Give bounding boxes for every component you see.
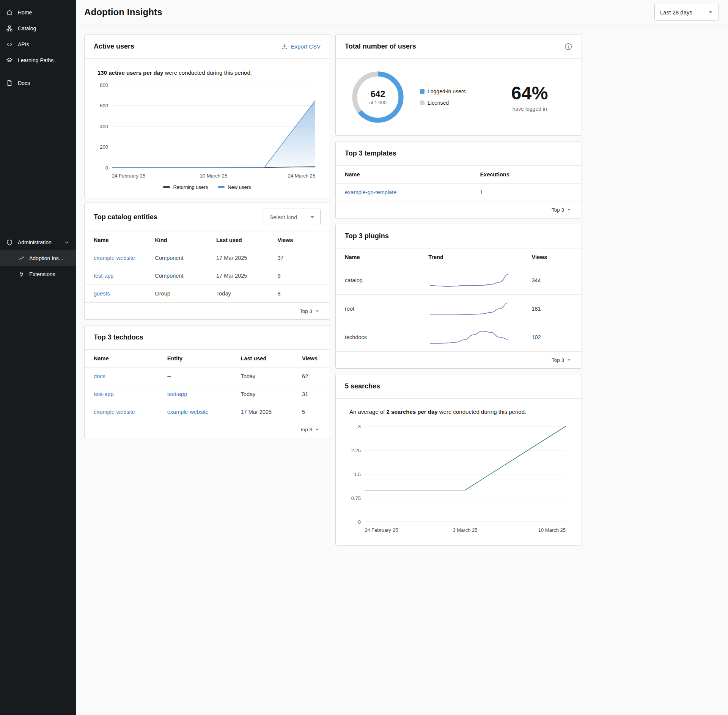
legend-swatch xyxy=(163,186,170,188)
info-icon[interactable] xyxy=(564,42,572,51)
top-templates-header: Top 3 templates xyxy=(336,141,582,166)
sidebar-item-extensions[interactable]: Extensions xyxy=(0,266,76,282)
total-users-body: 642 of 1,000 Logged-in users Licensed xyxy=(336,59,582,135)
export-csv-button[interactable]: Export CSV xyxy=(281,43,321,50)
column-header: Views xyxy=(269,231,330,249)
top-plugins-card: Top 3 plugins Name Trend Views catalog xyxy=(335,224,582,369)
svg-text:3 March 25: 3 March 25 xyxy=(453,527,477,533)
sidebar-item-docs[interactable]: Docs xyxy=(0,75,76,91)
templates-table: Name Executions example-go-template 1 xyxy=(336,166,582,201)
table-row: test-app test-app Today 31 xyxy=(85,385,330,403)
table-header-row: Name Executions xyxy=(336,166,582,184)
searches-card: 5 searches An average of 2 searches per … xyxy=(335,374,582,546)
card-footer: Top 3 xyxy=(336,351,582,368)
table-header-row: Name Kind Last used Views xyxy=(85,231,330,249)
sidebar-item-administration[interactable]: Administration xyxy=(0,234,76,250)
techdoc-link[interactable]: test-app xyxy=(94,391,113,397)
entity-link[interactable]: test-app xyxy=(167,391,187,397)
top3-label: Top 3 xyxy=(300,308,312,314)
sidebar-item-learning-paths[interactable]: Learning Paths xyxy=(0,52,76,68)
active-users-card-header: Active users Export CSV xyxy=(85,35,330,59)
cell-views: 62 xyxy=(293,368,330,385)
cell-views: 344 xyxy=(522,266,582,295)
svg-text:0.75: 0.75 xyxy=(351,495,361,501)
top3-select[interactable]: Top 3 xyxy=(552,206,572,213)
svg-text:3: 3 xyxy=(358,424,361,429)
svg-text:2.25: 2.25 xyxy=(351,448,361,453)
searches-header: 5 searches xyxy=(336,374,582,399)
cell-views: 37 xyxy=(269,249,330,267)
adoption-insights-icon xyxy=(18,255,24,261)
sparkline-catalog xyxy=(428,272,510,289)
catalog-icon xyxy=(6,25,13,32)
column-header: Entity xyxy=(158,350,232,368)
cell-kind: Component xyxy=(146,267,208,285)
sidebar-divider xyxy=(0,68,76,75)
cell-last-used: 17 Mar 2025 xyxy=(207,249,269,267)
cell-views: 181 xyxy=(522,295,582,323)
top3-select[interactable]: Top 3 xyxy=(300,426,321,433)
searches-body: An average of 2 searches per day were co… xyxy=(336,399,582,545)
active-users-legend: Returning users New users xyxy=(94,184,321,190)
top3-select[interactable]: Top 3 xyxy=(552,357,572,363)
total-users-donut-wrap: 642 of 1,000 xyxy=(349,69,406,126)
active-users-card: Active users Export CSV 130 active users… xyxy=(84,34,330,197)
entity-link[interactable]: guests xyxy=(94,291,110,297)
select-caret-icon xyxy=(308,213,316,221)
legend-swatch xyxy=(420,101,425,105)
total-users-card: Total number of users 642 of 1,000 xyxy=(335,34,582,136)
sidebar-item-home[interactable]: Home xyxy=(0,5,76,20)
table-row: example-website Component 17 Mar 2025 37 xyxy=(85,249,330,267)
sidebar-item-adoption-insights[interactable]: Adoption Ins... xyxy=(0,250,76,266)
entity-link[interactable]: example-website xyxy=(94,255,135,261)
entity-link[interactable]: example-website xyxy=(167,409,209,415)
sidebar-nav: Home Catalog APIs Learning Paths Docs xyxy=(0,5,76,91)
sidebar-item-catalog[interactable]: Catalog xyxy=(0,20,76,36)
legend-item-returning-users: Returning users xyxy=(163,184,208,190)
svg-text:400: 400 xyxy=(100,124,108,129)
learning-paths-icon xyxy=(6,57,13,64)
chevron-down-icon xyxy=(64,239,70,245)
card-footer: Top 3 xyxy=(85,302,330,319)
column-header: Views xyxy=(293,350,330,368)
shield-icon xyxy=(6,239,13,246)
legend-label: Logged-in users xyxy=(428,88,465,94)
legend-swatch xyxy=(218,186,225,188)
date-range-select[interactable]: Last 28 days xyxy=(654,4,719,20)
percent-sublabel: have logged in xyxy=(511,106,548,112)
column-header: Last used xyxy=(207,231,269,249)
techdoc-link[interactable]: example-website xyxy=(94,409,135,415)
select-caret-icon xyxy=(314,308,321,314)
kind-select[interactable]: Select kind xyxy=(264,209,321,225)
cell-last-used: 17 Mar 2025 xyxy=(207,267,269,285)
techdoc-link[interactable]: docs xyxy=(94,373,105,379)
select-caret-icon xyxy=(706,8,715,16)
card-footer: Top 3 xyxy=(85,421,330,438)
svg-text:0: 0 xyxy=(358,519,361,525)
column-header: Name xyxy=(336,248,419,266)
top3-label: Top 3 xyxy=(552,207,564,213)
sidebar-item-label: Adoption Ins... xyxy=(29,255,63,262)
cell-executions: 1 xyxy=(471,184,582,201)
percent-value: 64% xyxy=(511,83,548,104)
entity-link[interactable]: test-app xyxy=(94,273,113,279)
cell-views: 9 xyxy=(269,267,330,285)
plugins-table: Name Trend Views catalog 344 root xyxy=(336,248,582,351)
sidebar-item-apis[interactable]: APIs xyxy=(0,36,76,52)
sidebar-item-label: Administration xyxy=(18,239,52,246)
table-header-row: Name Trend Views xyxy=(336,248,582,266)
table-row: test-app Component 17 Mar 2025 9 xyxy=(85,267,330,285)
column-header: Trend xyxy=(419,248,522,266)
svg-text:200: 200 xyxy=(100,144,108,150)
top3-select[interactable]: Top 3 xyxy=(300,308,321,314)
top-catalog-entities-header: Top catalog entities Select kind xyxy=(85,203,330,231)
top-templates-card: Top 3 templates Name Executions example-… xyxy=(335,141,582,218)
template-link[interactable]: example-go-template xyxy=(345,189,396,195)
docs-icon xyxy=(6,80,13,86)
table-row: example-website example-website 17 Mar 2… xyxy=(85,403,330,421)
card-title: Active users xyxy=(94,42,134,50)
apis-icon xyxy=(6,41,13,48)
total-users-donut xyxy=(349,69,406,126)
legend-label: Licensed xyxy=(428,100,449,106)
sidebar-item-label: Docs xyxy=(18,79,30,87)
